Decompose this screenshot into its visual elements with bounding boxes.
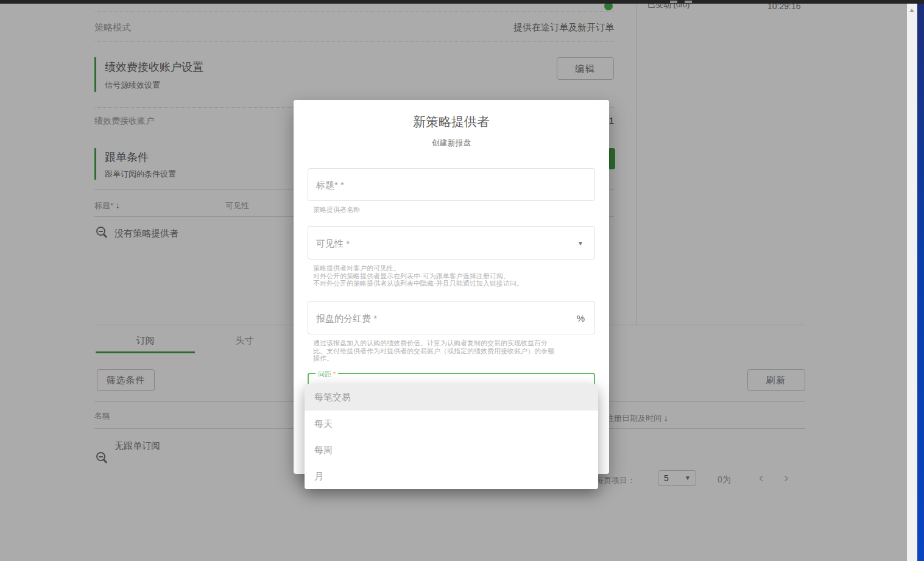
- bar-chip-icon: [670, 1, 677, 3]
- menu-option-monthly[interactable]: 月: [305, 463, 598, 489]
- title-placeholder: 标题* *: [316, 169, 344, 202]
- dialog-title: 新策略提供者: [294, 113, 609, 130]
- bar-chip-icon-2: [685, 1, 692, 3]
- title-helper: 策略提供者名称: [313, 206, 360, 214]
- menu-option-per-deal[interactable]: 每笔交易: [305, 384, 598, 411]
- menu-option-weekly[interactable]: 每周: [305, 437, 598, 463]
- interval-options-menu: 每笔交易 每天 每周 月: [305, 384, 598, 489]
- fee-suffix: %: [577, 302, 585, 335]
- visibility-label: 可见性 *: [316, 227, 350, 260]
- title-input[interactable]: 标题* *: [308, 168, 595, 201]
- menu-option-daily[interactable]: 每天: [305, 411, 598, 437]
- visibility-caret-icon: ▼: [577, 227, 584, 260]
- interval-label: 间距 *: [316, 370, 338, 379]
- fee-helper: 通过该报盘加入的认购的绩效费价值。计算为认购者复制的交易的实现收益百分 比。支付…: [313, 339, 588, 362]
- visibility-helper: 策略提供者对客户的可见性。 对外公开的策略提供者显示在列表中·可为跟单客户选择注…: [313, 264, 584, 288]
- dialog-subtitle: 创建新报盘: [294, 138, 609, 149]
- visibility-select[interactable]: 可见性 * ▼: [308, 226, 595, 259]
- top-dark-bar: [0, 0, 924, 4]
- scroll-up-icon[interactable]: [909, 9, 914, 12]
- desktop-edge-strip: [917, 0, 924, 561]
- fee-input[interactable]: 报盘的分红费 * %: [308, 301, 595, 334]
- screen: 策略模式 提供在途订单及新开订单 绩效费接收账户设置 信号源绩效设置 编辑 绩效…: [0, 0, 924, 561]
- required-asterisk: *: [333, 370, 336, 378]
- fee-placeholder: 报盘的分红费 *: [316, 302, 377, 335]
- scrollbar-track[interactable]: [907, 4, 917, 561]
